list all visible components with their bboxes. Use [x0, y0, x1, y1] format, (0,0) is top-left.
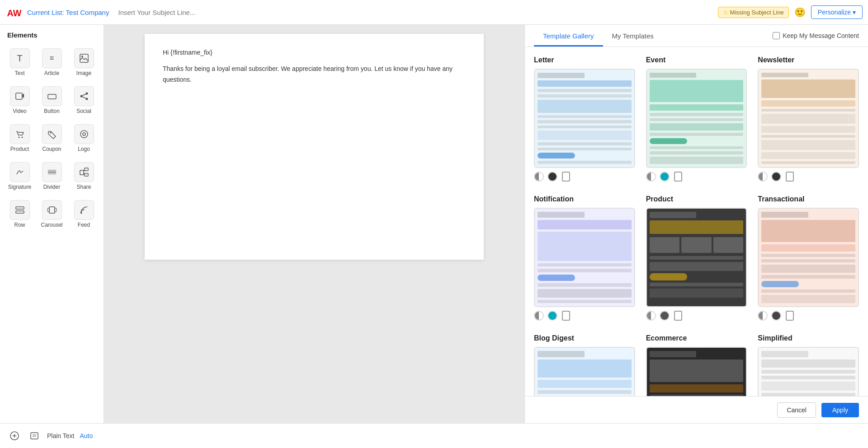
element-video-label: Video — [13, 108, 26, 114]
svg-point-6 — [80, 95, 82, 98]
template-category-event: Event — [646, 56, 747, 182]
element-social[interactable]: Social — [69, 82, 99, 118]
template-gallery-content[interactable]: Letter — [525, 47, 868, 423]
share-icon — [74, 162, 94, 182]
element-row[interactable]: Row — [5, 196, 35, 232]
template-blog-digest-name: Blog Digest — [534, 334, 635, 342]
product-color-swatch-2[interactable] — [660, 311, 670, 321]
template-simplified-name: Simplified — [758, 334, 859, 342]
svg-point-8 — [85, 98, 88, 100]
element-text[interactable]: T Text — [5, 44, 35, 80]
keep-content-label[interactable]: Keep My Message Content — [773, 32, 859, 39]
newsletter-color-swatch-1[interactable] — [758, 172, 768, 182]
apply-button[interactable]: Apply — [821, 403, 859, 417]
element-button[interactable]: Button — [37, 82, 67, 118]
element-product[interactable]: Product — [5, 120, 35, 156]
auto-label[interactable]: Auto — [80, 432, 93, 439]
element-feed-label: Feed — [78, 222, 90, 228]
template-ecommerce-name: Ecommerce — [646, 334, 747, 342]
coupon-icon — [42, 124, 62, 144]
template-product-name: Product — [646, 195, 747, 203]
template-grid: Letter — [534, 56, 859, 423]
svg-rect-25 — [16, 211, 24, 213]
template-panel: Template Gallery My Templates Keep My Me… — [524, 25, 868, 423]
current-list-label[interactable]: Current List: Test Company — [27, 9, 109, 16]
emoji-icon[interactable]: 🙂 — [794, 7, 806, 18]
tab-my-templates[interactable]: My Templates — [603, 25, 663, 47]
svg-rect-2 — [80, 54, 88, 62]
element-signature[interactable]: Signature — [5, 158, 35, 194]
transactional-mobile-icon — [786, 311, 794, 321]
subject-line-input[interactable] — [114, 6, 712, 19]
template-transactional-thumb[interactable] — [758, 208, 859, 307]
notification-color-swatch-1[interactable] — [534, 311, 544, 321]
element-feed[interactable]: Feed — [69, 196, 99, 232]
missing-subject-text: Missing Subject Line — [730, 9, 784, 16]
template-letter-name: Letter — [534, 56, 635, 64]
keep-content-checkbox[interactable] — [773, 32, 780, 39]
personalize-label: Personalize — [818, 9, 851, 16]
cancel-button[interactable]: Cancel — [777, 402, 816, 418]
template-notification-thumb[interactable] — [534, 208, 635, 307]
missing-subject-badge: ⚠ Missing Subject Line — [718, 7, 789, 18]
svg-rect-19 — [80, 170, 84, 175]
template-letter-thumb[interactable] — [534, 69, 635, 168]
element-logo-label: Logo — [78, 146, 90, 152]
personalize-button[interactable]: Personalize ▾ — [811, 5, 863, 19]
element-image[interactable]: Image — [69, 44, 99, 80]
logo-icon — [74, 124, 94, 144]
feed-icon — [74, 200, 94, 220]
signature-icon — [10, 162, 30, 182]
svg-rect-20 — [85, 168, 88, 171]
footer-icon-1[interactable] — [7, 429, 22, 443]
element-video[interactable]: Video — [5, 82, 35, 118]
transactional-color-swatch-2[interactable] — [771, 311, 781, 321]
newsletter-mobile-icon — [786, 172, 794, 182]
svg-line-10 — [82, 97, 86, 98]
article-icon: ≡ — [42, 48, 62, 68]
template-newsletter-name: Newsletter — [758, 56, 859, 64]
template-newsletter-thumb[interactable] — [758, 69, 859, 168]
footer-icon-2[interactable] — [27, 429, 42, 443]
keep-content-text: Keep My Message Content — [783, 32, 859, 39]
canvas-area[interactable]: Hi {!firstname_fix} Thanks for being a l… — [104, 25, 524, 423]
element-text-label: Text — [14, 70, 24, 76]
element-logo[interactable]: Logo — [69, 120, 99, 156]
element-carousel-label: Carousel — [41, 222, 62, 228]
sidebar: Elements T Text ≡ Article Image Video — [0, 25, 104, 423]
element-coupon[interactable]: Coupon — [37, 120, 67, 156]
product-color-swatch-1[interactable] — [646, 311, 656, 321]
svg-rect-21 — [85, 173, 88, 176]
social-icon — [74, 86, 94, 106]
letter-color-swatch-1[interactable] — [534, 172, 544, 182]
element-share[interactable]: Share — [69, 158, 99, 194]
canvas-greeting: Hi {!firstname_fix} — [163, 47, 466, 58]
template-panel-header: Template Gallery My Templates Keep My Me… — [525, 25, 868, 47]
canvas-body: Hi {!firstname_fix} Thanks for being a l… — [163, 47, 466, 85]
template-product-controls — [646, 311, 747, 321]
tab-template-gallery[interactable]: Template Gallery — [534, 25, 603, 47]
carousel-icon — [42, 200, 62, 220]
element-article[interactable]: ≡ Article — [37, 44, 67, 80]
transactional-color-swatch-1[interactable] — [758, 311, 768, 321]
element-divider[interactable]: Divider — [37, 158, 67, 194]
template-product-thumb[interactable] — [646, 208, 747, 307]
svg-rect-4 — [16, 93, 22, 99]
newsletter-color-swatch-2[interactable] — [771, 172, 781, 182]
svg-point-29 — [80, 213, 82, 214]
element-social-label: Social — [76, 108, 91, 114]
template-event-thumb[interactable] — [646, 69, 747, 168]
elements-grid: T Text ≡ Article Image Video — [0, 42, 104, 234]
svg-point-13 — [50, 132, 51, 134]
chevron-down-icon: ▾ — [853, 9, 856, 16]
template-event-name: Event — [646, 56, 747, 64]
event-color-swatch-1[interactable] — [646, 172, 656, 182]
letter-color-swatch-2[interactable] — [547, 172, 557, 182]
notification-color-swatch-2[interactable] — [547, 311, 557, 321]
event-color-swatch-2[interactable] — [660, 172, 670, 182]
plain-text-label: Plain Text — [47, 432, 74, 439]
template-letter-controls — [534, 172, 635, 182]
video-icon — [10, 86, 30, 106]
button-icon — [42, 86, 62, 106]
element-carousel[interactable]: Carousel — [37, 196, 67, 232]
